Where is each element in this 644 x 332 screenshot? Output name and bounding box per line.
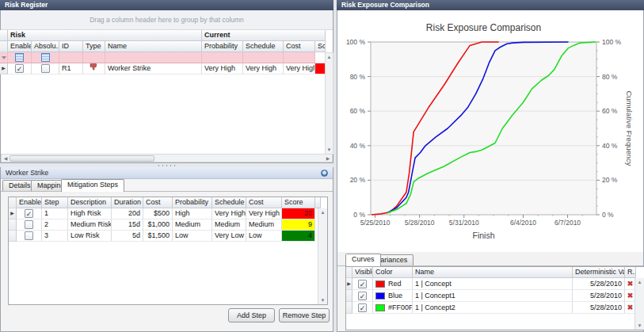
column-header-cost[interactable]: Cost — [284, 41, 315, 52]
column-header-name[interactable]: Name — [105, 41, 202, 52]
checkbox[interactable]: ✓ — [358, 280, 367, 288]
checkbox[interactable] — [41, 64, 50, 73]
y-axis-label: 40 % — [350, 142, 366, 150]
cell-name: 1 | Concept2 — [413, 302, 573, 314]
cell-visible[interactable]: ✓ — [352, 290, 373, 302]
filter-state-icon[interactable] — [41, 53, 50, 62]
cell-enabled[interactable]: ✓ — [17, 208, 42, 219]
table-row[interactable]: ✓Blue1 | Concept15/28/2010✖ — [346, 290, 636, 302]
cell-cost_impact: Very High — [246, 208, 282, 219]
column-header-step[interactable]: Step — [42, 197, 68, 208]
risk-register-vertical-scrollbar[interactable]: ▲ ▼ — [325, 52, 333, 155]
cell-visible[interactable]: ✓ — [352, 302, 373, 314]
column-header-schedule[interactable]: Schedule — [243, 41, 284, 52]
filter-cell[interactable] — [83, 52, 105, 63]
scrollbar-thumb[interactable] — [10, 155, 154, 162]
remove-step-button[interactable]: Remove Step — [279, 308, 330, 322]
column-header-r[interactable]: R... — [625, 267, 636, 278]
checkbox[interactable] — [25, 231, 33, 240]
filter-cell-enabled[interactable] — [8, 52, 32, 63]
x-axis-label: 6/4/2010 — [510, 219, 536, 227]
cell-enabled[interactable]: ✓ — [8, 63, 32, 74]
table-row[interactable]: 3Low Risk5d$1,500LowVery LowLow4 — [9, 231, 315, 242]
scroll-up-icon[interactable]: ▲ — [318, 208, 327, 216]
mitigation-header-row: EnabledStepDescriptionDurationCostProbab… — [9, 197, 321, 208]
cell-schedule: Very High — [212, 208, 246, 219]
table-row[interactable]: ▶✓R1Worker StrikeVery HighVery HighVery … — [0, 63, 326, 74]
column-header-deterministicvalue[interactable]: Deterministic Value — [573, 267, 625, 278]
cell-probability: Medium — [173, 219, 212, 231]
x-axis-title: Finish — [472, 231, 494, 240]
scroll-down-icon[interactable]: ▼ — [635, 322, 644, 330]
table-row[interactable]: 2Medium Risk15d$1,000MediumMediumMedium9 — [9, 219, 315, 231]
red-x-icon[interactable]: ✖ — [627, 302, 634, 313]
scroll-right-icon[interactable]: ▶ — [324, 155, 332, 162]
column-header-enabled[interactable]: Enabled — [8, 41, 32, 52]
cell-duration: 20d — [112, 208, 143, 219]
column-header-enabled[interactable]: Enabled — [17, 197, 42, 208]
current-row-indicator: ▶ — [0, 63, 8, 74]
table-row[interactable]: ✓#FF00FF001 | Concept25/28/2010✖ — [346, 302, 636, 314]
column-header-cost[interactable]: Cost — [143, 197, 173, 208]
cell-deterministic-value: 5/28/2010 — [573, 278, 625, 290]
table-row[interactable]: ▶✓1High Risk20d$500HighVery HighVery Hig… — [9, 208, 315, 219]
column-header-visible[interactable]: Visible — [352, 267, 373, 278]
column-header-cost[interactable]: Cost — [246, 197, 282, 208]
tab-mitigation-steps[interactable]: Mitigation Steps — [61, 179, 124, 192]
cell-absolute[interactable] — [32, 63, 59, 74]
y-axis-label: 100 % — [602, 38, 622, 46]
cell-enabled[interactable] — [17, 231, 42, 242]
checkbox[interactable]: ✓ — [25, 209, 33, 218]
column-header-schedule[interactable]: Schedule — [212, 197, 246, 208]
x-axis-label: 5/25/2010 — [360, 219, 391, 227]
x-axis-label: 5/28/2010 — [405, 219, 435, 227]
column-header-name[interactable]: Name — [413, 267, 573, 278]
filter-state-icon[interactable] — [15, 53, 24, 62]
checkbox[interactable]: ✓ — [358, 292, 367, 300]
worker-strike-title: Worker Strike — [6, 169, 48, 177]
column-header-color[interactable]: Color — [373, 267, 413, 278]
risk-register-header-row: EnabledAbsolu...IDTypeNameProbabilitySch… — [0, 41, 326, 52]
column-header-score[interactable]: Score — [315, 41, 326, 52]
column-header-description[interactable]: Description — [68, 197, 112, 208]
column-header-probability[interactable]: Probability — [202, 41, 243, 52]
checkbox[interactable]: ✓ — [358, 303, 367, 312]
column-header-type[interactable]: Type — [83, 41, 105, 52]
cell-visible[interactable]: ✓ — [352, 278, 373, 290]
cell-name: Worker Strike — [105, 63, 202, 74]
group-by-hint[interactable]: Drag a column header here to group by th… — [1, 10, 333, 30]
tab-curves[interactable]: Curves — [345, 254, 381, 266]
filter-cell[interactable] — [202, 52, 243, 63]
scroll-up-icon[interactable]: ▲ — [326, 53, 333, 61]
curves-vertical-scrollbar[interactable]: ▲ ▼ — [634, 278, 644, 330]
x-axis-label: 5/31/2010 — [449, 219, 479, 227]
red-x-icon[interactable]: ✖ — [627, 278, 634, 289]
collapse-pin-icon[interactable] — [321, 170, 328, 177]
cell-probability: High — [173, 208, 212, 219]
table-row[interactable]: ▶✓Red1 | Concept5/28/2010✖ — [346, 278, 636, 290]
mitigation-vertical-scrollbar[interactable]: ▲ ▼ — [318, 208, 327, 304]
column-header-probability[interactable]: Probability — [173, 197, 212, 208]
checkbox[interactable]: ✓ — [15, 64, 24, 73]
scroll-down-icon[interactable]: ▼ — [326, 146, 333, 154]
column-header-absolu[interactable]: Absolu... — [32, 41, 59, 52]
risk-register-horizontal-scrollbar[interactable]: ◀ ▶ — [1, 154, 333, 162]
scroll-down-icon[interactable]: ▼ — [318, 296, 327, 304]
filter-cell[interactable] — [243, 52, 284, 63]
cell-enabled[interactable] — [17, 219, 42, 231]
column-header-id[interactable]: ID — [59, 41, 83, 52]
cell-type — [83, 63, 105, 74]
filter-cell[interactable] — [59, 52, 83, 63]
risk-exposure-chart: Risk Exposure Comparison0 %0 %20 %20 %40… — [337, 10, 643, 252]
checkbox[interactable] — [25, 220, 33, 229]
mitigation-steps-grid: EnabledStepDescriptionDurationCostProbab… — [8, 197, 328, 305]
scroll-left-icon[interactable]: ◀ — [2, 155, 10, 162]
add-step-button[interactable]: Add Step — [228, 308, 275, 322]
column-header-score[interactable]: Score — [282, 197, 315, 208]
filter-cell[interactable] — [105, 52, 202, 63]
filter-cell-absolute[interactable] — [32, 52, 59, 63]
column-header-duration[interactable]: Duration — [112, 197, 143, 208]
filter-cell[interactable] — [284, 52, 315, 63]
red-x-icon[interactable]: ✖ — [627, 290, 634, 301]
scroll-up-icon[interactable]: ▲ — [635, 278, 644, 286]
